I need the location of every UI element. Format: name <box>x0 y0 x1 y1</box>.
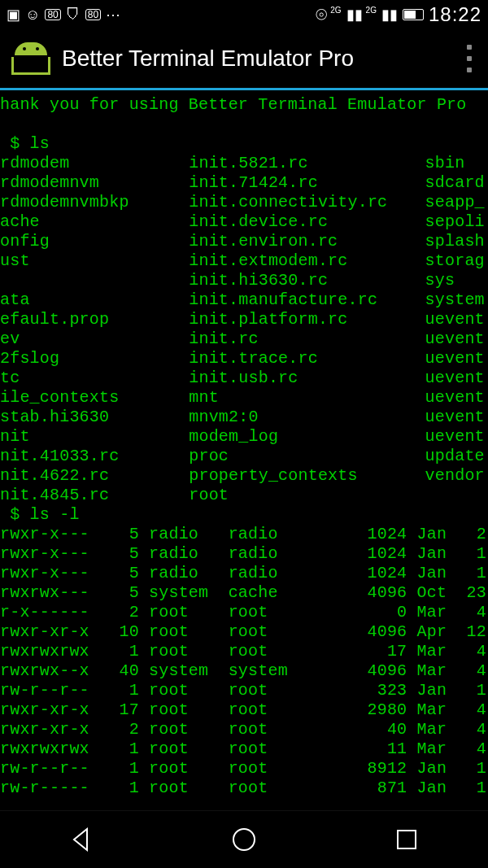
network-label: 2G <box>366 6 377 15</box>
terminal-line: rwxr-xr-x 2 root root 40 Mar 4 <box>0 720 488 739</box>
status-left-icons: ▣ ☺ 80 ⛉ 80 ⋯ <box>7 7 120 22</box>
terminal-line: rwxr-x--- 5 radio radio 1024 Jan 1 <box>0 544 488 564</box>
battery-icon <box>403 9 424 20</box>
ls-row: efault.propinit.platform.rcuevent <box>0 310 488 329</box>
ls-row: rdmodeminit.5821.rcsbin <box>0 154 488 173</box>
svg-point-0 <box>233 829 255 850</box>
ls-row: nitmodem_loguevent <box>0 427 488 447</box>
back-button[interactable] <box>68 826 95 853</box>
ls-row: nit.4622.rcproperty_contextsvendor <box>0 466 488 486</box>
battery-icon: 80 <box>85 9 101 20</box>
ls-row: atainit.manufacture.rcsystem <box>0 290 488 310</box>
terminal-line: rw-r--r-- 1 root root 8912 Jan 1 <box>0 759 488 779</box>
notif-icon: ▣ <box>7 7 20 22</box>
shield-icon: ⛉ <box>66 7 81 22</box>
terminal-output[interactable]: hank you for using Better Terminal Emula… <box>0 90 488 798</box>
status-bar: ▣ ☺ 80 ⛉ 80 ⋯ ⦾ 2G ▮▮ 2G ▮▮ 18:22 <box>0 0 488 29</box>
status-clock: 18:22 <box>429 3 481 26</box>
network-label: 2G <box>330 6 341 15</box>
recent-apps-button[interactable] <box>393 826 420 853</box>
ls-row: acheinit.device.rcsepoli <box>0 212 488 232</box>
wifi-icon: ⦾ <box>316 7 327 22</box>
status-right-icons: ⦾ 2G ▮▮ 2G ▮▮ 18:22 <box>316 3 481 26</box>
terminal-line: rwxrwx--x 40 system system 4096 Mar 4 <box>0 661 488 681</box>
ls-row: tcinit.usb.rcuevent <box>0 369 488 388</box>
ls-row: onfiginit.environ.rcsplash <box>0 232 488 251</box>
terminal-line: rwxrwxrwx 1 root root 17 Mar 4 <box>0 642 488 661</box>
ls-row: stab.hi3630mnvm2:0uevent <box>0 408 488 427</box>
signal-icon: ▮▮ <box>346 7 363 22</box>
battery-icon: 80 <box>45 9 60 20</box>
ls-row: init.hi3630.rcsys <box>0 271 488 290</box>
terminal-line: $ ls -l <box>0 505 488 525</box>
terminal-line: rwxr-x--- 5 radio radio 1024 Jan 1 <box>0 564 488 583</box>
overflow-menu-icon[interactable] <box>462 45 477 72</box>
ls-row: nit.41033.rcprocupdate <box>0 447 488 466</box>
terminal-line: rwxrwx--- 5 system cache 4096 Oct 23 <box>0 583 488 603</box>
svg-rect-1 <box>398 831 416 848</box>
terminal-line: r-x------ 2 root root 0 Mar 4 <box>0 603 488 622</box>
signal-icon: ▮▮ <box>381 7 398 22</box>
terminal-line: hank you for using Better Terminal Emula… <box>0 95 488 115</box>
app-bar: Better Terminal Emulator Pro <box>0 29 488 90</box>
ls-row: evinit.rcuevent <box>0 329 488 349</box>
ls-row: rdmodemnvminit.71424.rcsdcard <box>0 173 488 193</box>
ls-row: ile_contextsmntuevent <box>0 388 488 408</box>
home-button[interactable] <box>230 826 258 853</box>
notif-icon: ☺ <box>25 7 40 22</box>
terminal-line: rwxrwxrwx 1 root root 11 Mar 4 <box>0 739 488 759</box>
terminal-line: rwxr-xr-x 10 root root 4096 Apr 12 <box>0 622 488 642</box>
terminal-line: rw-r--r-- 1 root root 323 Jan 1 <box>0 681 488 700</box>
terminal-line: rwxr-x--- 5 radio radio 1024 Jan 2 <box>0 525 488 544</box>
terminal-line: rw-r----- 1 root root 871 Jan 1 <box>0 779 488 798</box>
terminal-line: $ ls <box>0 134 488 154</box>
app-icon <box>11 42 50 75</box>
ls-row: rdmodemnvmbkpinit.connectivity.rcseapp_ <box>0 193 488 212</box>
more-icon: ⋯ <box>106 7 120 22</box>
ls-row: nit.4845.rcroot <box>0 486 488 505</box>
app-title: Better Terminal Emulator Pro <box>62 46 462 72</box>
nav-bar <box>0 810 488 868</box>
terminal-line: rwxr-xr-x 17 root root 2980 Mar 4 <box>0 700 488 720</box>
ls-row: 2fsloginit.trace.rcuevent <box>0 349 488 369</box>
terminal-line <box>0 115 488 134</box>
ls-row: ustinit.extmodem.rcstorag <box>0 251 488 271</box>
